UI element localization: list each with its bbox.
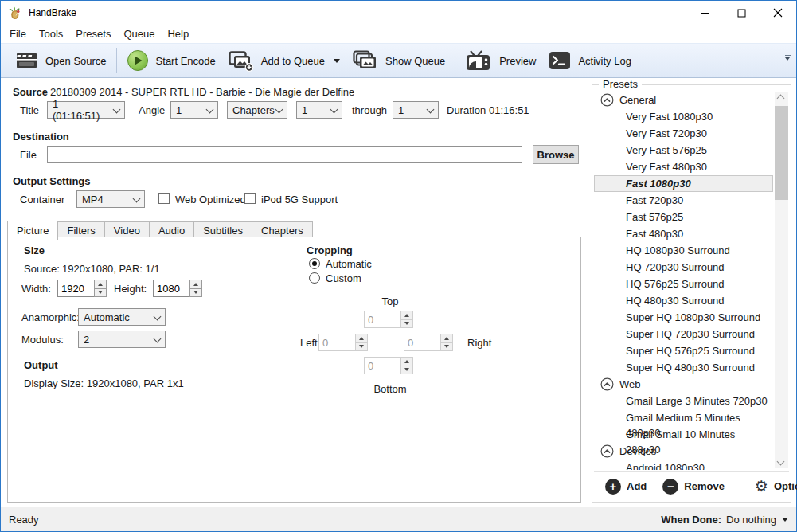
chevron-down-icon: [154, 335, 162, 343]
spin-down-icon[interactable]: [400, 366, 413, 375]
modulus-select[interactable]: 2: [78, 331, 166, 348]
preview-button[interactable]: Preview: [459, 46, 542, 75]
window-title: HandBrake: [29, 7, 76, 18]
cropping-custom-radio[interactable]: [309, 272, 320, 284]
activity-log-label: Activity Log: [578, 55, 631, 67]
add-to-queue-dropdown-icon[interactable]: [334, 59, 340, 63]
preset-item-fast-576p25[interactable]: Fast 576p25: [594, 209, 773, 225]
spin-up-icon[interactable]: [400, 311, 413, 320]
title-select[interactable]: 1 (01:16:51): [47, 101, 125, 119]
web-optimized-label: Web Optimized: [175, 194, 246, 205]
spin-down-icon[interactable]: [94, 289, 107, 298]
size-source-label: Source:: [24, 263, 60, 275]
cropping-automatic-radio[interactable]: [309, 258, 320, 269]
anamorphic-select[interactable]: Automatic: [78, 308, 166, 326]
preset-group-general[interactable]: General: [594, 92, 773, 108]
preset-item-super-hq-1080p30-surround[interactable]: Super HQ 1080p30 Surround: [594, 309, 773, 326]
when-done-select[interactable]: Do nothing: [726, 514, 788, 526]
browse-button[interactable]: Browse: [533, 145, 579, 164]
menu-queue[interactable]: Queue: [117, 25, 161, 42]
collapse-chevron-icon: [600, 93, 614, 107]
height-stepper[interactable]: [153, 280, 202, 297]
preset-item-fast-720p30[interactable]: Fast 720p30: [594, 192, 773, 209]
ipod-support-checkbox[interactable]: [244, 193, 256, 204]
width-stepper[interactable]: [57, 280, 107, 297]
preset-item-hq-720p30-surround[interactable]: HQ 720p30 Surround: [594, 259, 773, 276]
ipod-support-label: iPod 5G Support: [261, 194, 338, 205]
preset-item-very-fast-720p30[interactable]: Very Fast 720p30: [594, 125, 773, 142]
spin-down-icon[interactable]: [355, 343, 368, 352]
preset-item-hq-480p30-surround[interactable]: HQ 480p30 Surround: [594, 292, 773, 309]
scroll-up-icon[interactable]: [777, 95, 785, 103]
preset-group-label: Web: [619, 378, 641, 390]
preset-item-hq-1080p30-surround[interactable]: HQ 1080p30 Surround: [594, 242, 773, 259]
crop-left-stepper[interactable]: [318, 334, 368, 351]
show-queue-button[interactable]: Show Queue: [346, 47, 451, 75]
web-optimized-checkbox[interactable]: [158, 193, 170, 204]
height-input[interactable]: [153, 280, 189, 297]
spin-down-icon[interactable]: [189, 289, 202, 298]
menu-presets[interactable]: Presets: [69, 25, 117, 42]
preset-item-super-hq-480p30-surround[interactable]: Super HQ 480p30 Surround: [594, 359, 773, 376]
minimize-button[interactable]: [686, 1, 723, 25]
range-start-select[interactable]: 1: [296, 101, 342, 119]
minus-circle-icon: −: [662, 479, 678, 495]
scroll-down-icon[interactable]: [777, 458, 785, 466]
destination-file-input[interactable]: [47, 146, 522, 163]
crop-left-input[interactable]: [318, 334, 355, 351]
angle-label: Angle: [139, 104, 165, 116]
remove-preset-button[interactable]: − Remove: [658, 477, 729, 496]
open-source-label: Open Source: [45, 55, 107, 67]
preset-item-very-fast-480p30[interactable]: Very Fast 480p30: [594, 158, 773, 175]
close-button[interactable]: [760, 1, 796, 25]
angle-select[interactable]: 1: [170, 101, 218, 119]
preset-item-fast-1080p30[interactable]: Fast 1080p30: [594, 175, 773, 192]
preset-item-hq-576p25-surround[interactable]: HQ 576p25 Surround: [594, 276, 773, 292]
preset-item-gmail-small-10-minutes-288p30[interactable]: Gmail Small 10 Minutes 288p30: [594, 426, 773, 443]
preset-group-web[interactable]: Web: [594, 376, 773, 393]
maximize-button[interactable]: [723, 1, 760, 25]
start-encode-button[interactable]: Start Encode: [120, 46, 222, 75]
duration-label: Duration: [447, 104, 486, 116]
crop-bottom-input[interactable]: [364, 357, 400, 374]
preset-group-devices[interactable]: Devices: [594, 443, 773, 460]
preset-item-gmail-large-3-minutes-720p30[interactable]: Gmail Large 3 Minutes 720p30: [594, 393, 773, 409]
width-input[interactable]: [57, 280, 94, 297]
crop-top-input[interactable]: [364, 311, 400, 328]
scrollbar-thumb[interactable]: [775, 106, 788, 200]
width-label: Width:: [21, 283, 51, 295]
spin-up-icon[interactable]: [189, 280, 202, 289]
menu-help[interactable]: Help: [161, 25, 195, 42]
add-to-queue-button[interactable]: Add to Queue: [222, 47, 346, 75]
presets-scrollbar[interactable]: [775, 92, 788, 468]
spin-up-icon[interactable]: [94, 280, 107, 289]
menu-tools[interactable]: Tools: [33, 25, 69, 42]
menu-file[interactable]: File: [3, 25, 33, 42]
spin-up-icon[interactable]: [355, 334, 368, 343]
preset-item-very-fast-1080p30[interactable]: Very Fast 1080p30: [594, 108, 773, 125]
activity-log-button[interactable]: Activity Log: [542, 48, 637, 73]
crop-right-input[interactable]: [404, 334, 440, 351]
crop-top-stepper[interactable]: [364, 311, 413, 328]
preset-item-fast-480p30[interactable]: Fast 480p30: [594, 225, 773, 242]
spin-down-icon[interactable]: [440, 343, 453, 352]
container-select[interactable]: MP4: [76, 190, 145, 208]
add-preset-button[interactable]: + Add: [600, 477, 651, 496]
crop-bottom-stepper[interactable]: [364, 357, 413, 374]
preset-item-super-hq-576p25-surround[interactable]: Super HQ 576p25 Surround: [594, 342, 773, 359]
preset-item-android-1080p30[interactable]: Android 1080p30: [594, 460, 773, 470]
spin-up-icon[interactable]: [440, 334, 453, 343]
preset-options-button[interactable]: ⚙ Options: [750, 477, 797, 495]
preset-item-super-hq-720p30-surround[interactable]: Super HQ 720p30 Surround: [594, 326, 773, 342]
toolbar-overflow-button[interactable]: [783, 55, 792, 61]
crop-right-stepper[interactable]: [404, 334, 453, 351]
range-type-select[interactable]: Chapters: [227, 101, 287, 119]
preset-item-very-fast-576p25[interactable]: Very Fast 576p25: [594, 142, 773, 158]
spin-down-icon[interactable]: [400, 320, 413, 329]
tab-picture[interactable]: Picture: [7, 221, 58, 240]
preset-item-gmail-medium-5-minutes-480p30[interactable]: Gmail Medium 5 Minutes 480p30: [594, 409, 773, 426]
open-source-button[interactable]: Open Source: [9, 47, 113, 74]
range-end-select[interactable]: 1: [393, 101, 439, 119]
display-size-value: Display Size: 1920x1080, PAR 1x1: [24, 377, 184, 389]
spin-up-icon[interactable]: [400, 357, 413, 366]
